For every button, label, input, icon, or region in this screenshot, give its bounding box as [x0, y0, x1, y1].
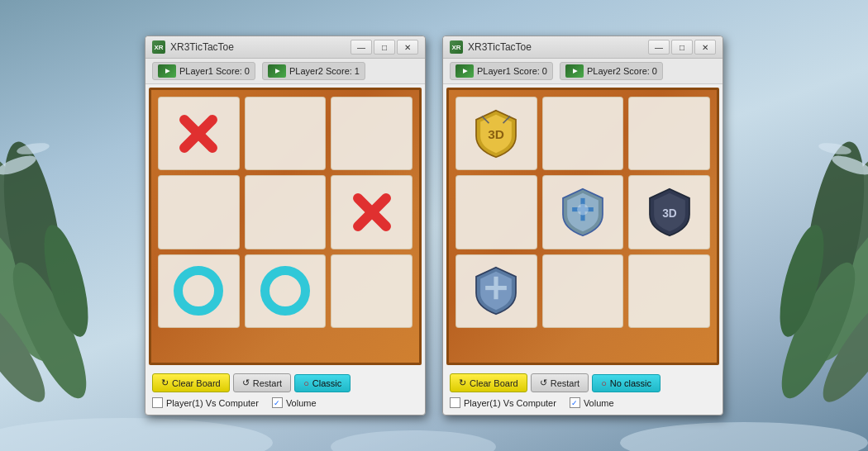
svg-text:3D: 3D [662, 207, 677, 220]
window-2: XR XR3TicTacToe — □ ✕ ▶ PLayer1 Score: 0… [442, 36, 723, 415]
shield-silver-icon [558, 188, 608, 237]
bottom-bar-1: ↻ Clear Board ↺ Restart ○ Classic Player… [145, 368, 425, 415]
score-bar-1: ▶ PLayer1 Score: 0 ▶ PLayer2 Score: 1 [145, 59, 425, 84]
button-row-2: ↻ Clear Board ↺ Restart ○ No classic [450, 373, 716, 392]
cell2-1-1[interactable] [542, 175, 624, 249]
cell2-0-0[interactable]: 3D [455, 97, 537, 170]
player2-score-1: ▶ PLayer2 Score: 1 [262, 62, 365, 80]
bottom-bar-2: ↻ Clear Board ↺ Restart ○ No classic Pla… [443, 368, 723, 415]
volume-option-2: ✓ Volume [570, 397, 614, 408]
classic-btn-2[interactable]: ○ No classic [592, 374, 661, 392]
svg-text:3D: 3D [488, 127, 504, 141]
vs-computer-checkbox-2[interactable] [450, 397, 460, 408]
cell-2-1[interactable] [245, 254, 327, 328]
cell-2-2[interactable] [331, 254, 413, 328]
refresh-icon-2: ↻ [459, 377, 466, 388]
svg-rect-27 [485, 286, 507, 290]
window-controls-2: — □ ✕ [648, 40, 716, 55]
maximize-btn-1[interactable]: □ [374, 40, 395, 55]
player1-score-1: ▶ PLayer1 Score: 0 [152, 62, 255, 80]
board-grid-1 [158, 97, 413, 328]
board-grid-2: 3D [455, 97, 710, 328]
cell-2-0[interactable] [158, 254, 240, 328]
board-container-2: 3D [446, 88, 719, 365]
restart-icon-1: ↺ [242, 377, 250, 388]
cell-1-2[interactable] [331, 175, 413, 249]
mode-icon-1: ○ [303, 378, 309, 388]
volume-checkbox-1[interactable]: ✓ [272, 397, 283, 408]
svg-point-24 [577, 204, 589, 216]
cell2-2-2[interactable] [628, 254, 710, 328]
options-row-2: Player(1) Vs Computer ✓ Volume [450, 396, 716, 410]
shield-gold-icon: 3D [471, 109, 521, 159]
close-btn-2[interactable]: ✕ [694, 40, 716, 55]
cell-0-2[interactable] [331, 97, 413, 170]
cell2-0-1[interactable] [542, 97, 624, 170]
minimize-btn-2[interactable]: — [648, 40, 670, 55]
cell-0-0[interactable] [158, 97, 240, 170]
title-bar-2: XR XR3TicTacToe — □ ✕ [443, 36, 723, 59]
refresh-icon-1: ↻ [161, 377, 169, 388]
o-mark-2 [260, 266, 310, 316]
vs-computer-option-1: Player(1) Vs Computer [152, 397, 259, 408]
board-container-1 [149, 88, 422, 365]
cell2-1-2[interactable]: 3D [628, 175, 710, 249]
close-btn-1[interactable]: ✕ [397, 40, 418, 55]
player1-flag-1: ▶ [158, 64, 176, 78]
minimize-btn-1[interactable]: — [351, 40, 372, 55]
window-1: XR XR3TicTacToe — □ ✕ ▶ PLayer1 Score: 0… [145, 36, 426, 415]
score-bar-2: ▶ PLayer1 Score: 0 ▶ PLayer2 Score: 0 [443, 59, 723, 84]
mode-icon-2: ○ [601, 378, 607, 388]
vs-computer-option-2: Player(1) Vs Computer [450, 397, 556, 408]
cell-1-1[interactable] [245, 175, 327, 249]
player1-flag-2: ▶ [455, 64, 474, 78]
player1-score-2: ▶ PLayer1 Score: 0 [450, 62, 553, 80]
window-title-2: XR3TicTacToe [468, 41, 648, 53]
clear-board-btn-2[interactable]: ↻ Clear Board [450, 373, 527, 392]
x-mark-2 [347, 188, 397, 237]
clear-board-btn-1[interactable]: ↻ Clear Board [152, 373, 230, 392]
button-row-1: ↻ Clear Board ↺ Restart ○ Classic [152, 373, 418, 392]
options-row-1: Player(1) Vs Computer ✓ Volume [152, 396, 418, 410]
cell2-1-0[interactable] [455, 175, 537, 249]
app-icon-2: XR [450, 40, 463, 54]
restart-btn-2[interactable]: ↺ Restart [531, 373, 589, 392]
cell2-2-1[interactable] [542, 254, 624, 328]
classic-btn-1[interactable]: ○ Classic [294, 374, 351, 392]
vs-computer-checkbox-1[interactable] [152, 397, 163, 408]
cell2-2-0[interactable] [455, 254, 537, 328]
restart-icon-2: ↺ [540, 377, 547, 388]
cell-1-0[interactable] [158, 175, 240, 249]
x-mark [174, 109, 223, 159]
o-mark-1 [174, 266, 223, 316]
app-icon-1: XR [152, 40, 165, 54]
volume-option-1: ✓ Volume [272, 397, 317, 408]
title-bar-1: XR XR3TicTacToe — □ ✕ [145, 36, 425, 59]
cell2-0-2[interactable] [628, 97, 710, 170]
window-title-1: XR3TicTacToe [170, 41, 351, 53]
restart-btn-1[interactable]: ↺ Restart [233, 373, 291, 392]
volume-checkbox-2[interactable]: ✓ [570, 397, 580, 408]
player2-score-2: ▶ PLayer2 Score: 0 [560, 62, 663, 80]
maximize-btn-2[interactable]: □ [671, 40, 693, 55]
shield-blue-icon [471, 266, 521, 316]
shield-dark-icon: 3D [645, 188, 694, 237]
window-controls-1: — □ ✕ [351, 40, 418, 55]
cell-0-1[interactable] [245, 97, 327, 170]
player2-flag-1: ▶ [268, 64, 286, 78]
player2-flag-2: ▶ [565, 64, 584, 78]
